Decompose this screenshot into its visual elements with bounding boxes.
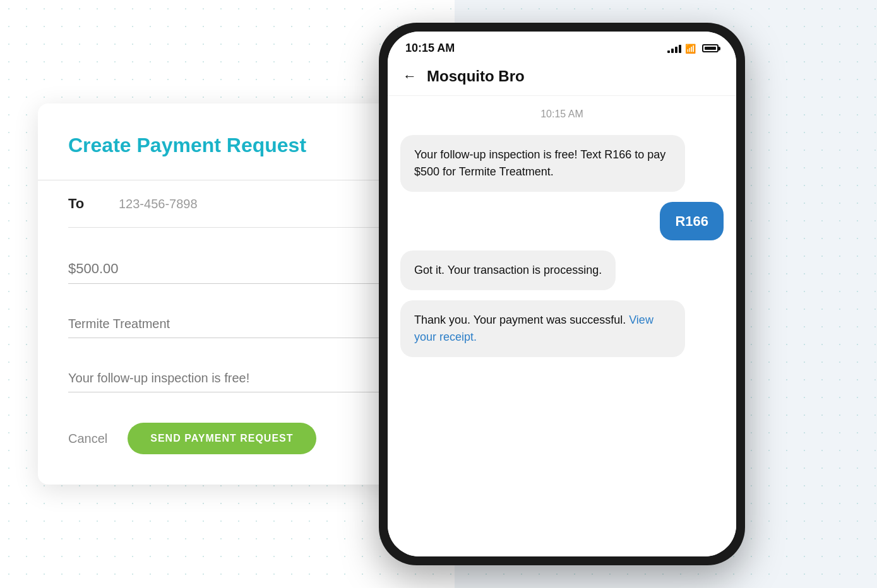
description-input[interactable] [68, 317, 399, 331]
battery-icon [702, 44, 719, 52]
send-payment-button[interactable]: SEND PAYMENT REQUEST [128, 423, 316, 454]
phone-outer-frame: 10:15 AM 📶 [379, 23, 745, 565]
phone-mockup: 10:15 AM 📶 [379, 23, 745, 565]
status-bar: 10:15 AM 📶 [388, 32, 736, 60]
status-time: 10:15 AM [405, 42, 455, 55]
status-icons: 📶 [667, 44, 719, 54]
wifi-icon: 📶 [685, 44, 696, 54]
message-3: Got it. Your transaction is processing. [400, 250, 616, 290]
app-header: ← Mosquito Bro [388, 60, 736, 96]
form-actions: Cancel SEND PAYMENT REQUEST [68, 423, 399, 454]
note-input[interactable] [68, 371, 399, 385]
note-field-container [68, 353, 399, 392]
description-field-container [68, 299, 399, 338]
to-phone-value: 123-456-7898 [119, 197, 198, 211]
payment-form-card: Create Payment Request To 123-456-7898 C… [38, 103, 429, 485]
message-4: Thank you. Your payment was successful. … [400, 300, 685, 357]
cancel-button[interactable]: Cancel [68, 432, 107, 446]
back-button[interactable]: ← [403, 68, 417, 85]
chat-area: 10:15 AM Your follow-up inspection is fr… [388, 96, 736, 556]
signal-icon [667, 44, 681, 53]
form-title: Create Payment Request [68, 134, 399, 157]
message-1: Your follow-up inspection is free! Text … [400, 135, 685, 192]
chat-timestamp: 10:15 AM [400, 109, 724, 120]
message-2: R166 [660, 202, 724, 240]
to-label: To [68, 196, 106, 212]
phone-screen: 10:15 AM 📶 [388, 32, 736, 556]
amount-field-container [68, 243, 399, 284]
amount-input[interactable] [68, 261, 399, 277]
main-layout: Create Payment Request To 123-456-7898 C… [0, 0, 877, 588]
receipt-link[interactable]: View your receipt. [414, 314, 653, 343]
app-title: Mosquito Bro [427, 68, 525, 85]
to-row: To 123-456-7898 [68, 180, 399, 228]
